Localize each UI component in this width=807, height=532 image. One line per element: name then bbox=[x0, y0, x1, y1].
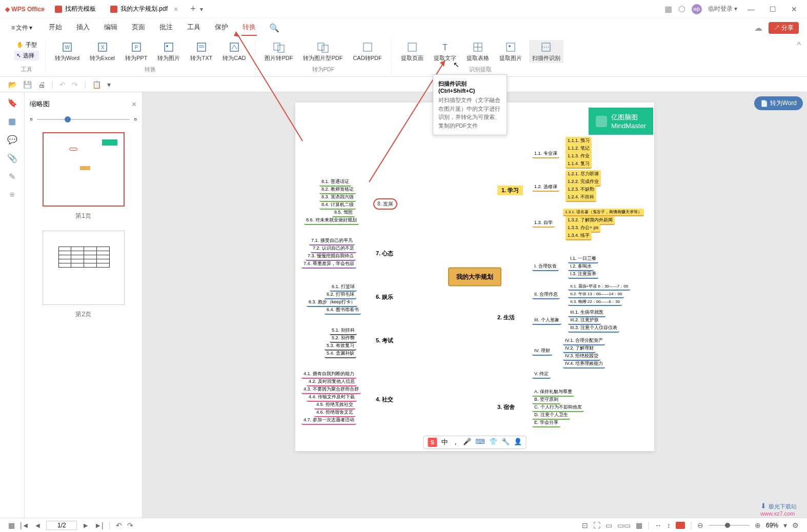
mindmap-center: 我的大学规划 bbox=[448, 268, 501, 287]
ime-punct[interactable]: ， bbox=[452, 438, 459, 447]
svg-text:P: P bbox=[134, 45, 138, 50]
cad-to-pdf-button[interactable]: CAD转PDF bbox=[350, 40, 385, 63]
menu-tab-tools[interactable]: 工具 bbox=[186, 19, 201, 36]
thumbnail-icon[interactable]: ▦ bbox=[6, 115, 18, 127]
extract-page-button[interactable]: 提取页面 bbox=[398, 40, 427, 63]
menu-tab-start[interactable]: 开始 bbox=[48, 19, 63, 36]
menu-tab-edit[interactable]: 编辑 bbox=[103, 19, 118, 36]
ribbon-collapse-icon[interactable]: ^ bbox=[797, 41, 801, 50]
hand-icon: ✋ bbox=[16, 42, 24, 48]
img-type-pdf-button[interactable]: 转为图片型PDF bbox=[300, 40, 346, 63]
mic-icon[interactable]: 🎤 bbox=[463, 438, 471, 447]
first-page-icon[interactable]: |◄ bbox=[20, 521, 29, 529]
user-icon[interactable]: 👤 bbox=[514, 438, 522, 447]
cloud-icon[interactable]: ☁ bbox=[754, 23, 762, 33]
settings-icon[interactable]: ⚙ bbox=[792, 521, 799, 529]
menu-button[interactable]: ≡ 文件 ▾ bbox=[8, 22, 35, 34]
edit-icon[interactable]: ✎ bbox=[6, 170, 18, 182]
docer-icon bbox=[55, 6, 62, 13]
view3-icon[interactable]: ▦ bbox=[636, 521, 642, 529]
clipboard-icon[interactable]: 📋 bbox=[92, 80, 101, 89]
menu-tab-annotate[interactable]: 批注 bbox=[158, 19, 174, 36]
extract-image-button[interactable]: 提取图片 bbox=[496, 40, 525, 63]
zoom-in-icon[interactable]: ⊕ bbox=[755, 521, 761, 529]
keyboard-icon[interactable]: ⌨ bbox=[475, 438, 485, 447]
extract-table-button[interactable]: 提取表格 bbox=[463, 40, 492, 63]
tab-current-doc[interactable]: 我的大学规划.pdf × bbox=[104, 3, 184, 15]
zoom-slider[interactable] bbox=[709, 525, 750, 526]
search-icon[interactable]: 🔍 bbox=[269, 23, 279, 33]
shirt-icon[interactable]: 👕 bbox=[489, 438, 497, 447]
ime-lang[interactable]: 中 bbox=[441, 438, 448, 447]
ocr-button[interactable]: 扫描件识别 bbox=[529, 40, 563, 63]
nav-icon[interactable]: ▦ bbox=[8, 521, 15, 529]
attachment-icon[interactable]: 📎 bbox=[6, 152, 18, 164]
next-page-icon[interactable]: ► bbox=[82, 521, 89, 529]
layout-icon[interactable]: ▦ bbox=[664, 4, 672, 14]
rotate-right-icon[interactable]: ↷ bbox=[127, 521, 133, 529]
thumbnail-page-1[interactable]: 第1页 bbox=[30, 132, 137, 220]
ime-floating-bar[interactable]: S 中 ， 🎤 ⌨ 👕 🔧 👤 bbox=[423, 436, 527, 449]
rotate-left-icon[interactable]: ↶ bbox=[116, 521, 122, 529]
open-icon[interactable]: 📂 bbox=[8, 80, 17, 89]
avatar[interactable]: wp bbox=[692, 4, 702, 14]
to-cad-button[interactable]: 转为CAD bbox=[219, 40, 249, 63]
to-image-button[interactable]: 转为图片 bbox=[154, 40, 183, 63]
page-input[interactable] bbox=[46, 521, 77, 530]
new-tab-button[interactable]: + bbox=[190, 4, 196, 14]
play-icon[interactable] bbox=[676, 522, 685, 529]
to-word-button[interactable]: W转为Word bbox=[52, 40, 83, 63]
view2-icon[interactable]: ▭▭ bbox=[617, 521, 631, 529]
hand-tool[interactable]: ✋手型 bbox=[14, 40, 39, 50]
fullscreen-icon[interactable]: ⛶ bbox=[593, 521, 600, 529]
close-icon[interactable]: × bbox=[174, 5, 178, 13]
ribbon-group-label: 工具 bbox=[21, 66, 32, 73]
menu-tab-page[interactable]: 页面 bbox=[131, 19, 146, 36]
login-dropdown[interactable]: 临时登录 ▾ bbox=[708, 5, 737, 13]
select-tool[interactable]: ↖选择 bbox=[14, 51, 39, 60]
prev-page-icon[interactable]: ◄ bbox=[34, 521, 42, 529]
redo-icon[interactable]: ↷ bbox=[72, 80, 78, 89]
word-icon: W bbox=[61, 41, 73, 53]
share-button[interactable]: ↗ 分享 bbox=[769, 22, 799, 34]
close-panel-icon[interactable]: ✕ bbox=[131, 100, 137, 108]
cube-icon[interactable]: ⬡ bbox=[678, 4, 685, 14]
watermark: ⬇ 极光下载站 www.xz7.com bbox=[760, 502, 797, 517]
to-excel-button[interactable]: X转为Excel bbox=[87, 40, 118, 63]
fit-page-icon[interactable]: ↕ bbox=[667, 521, 671, 529]
menu-tab-insert[interactable]: 插入 bbox=[75, 19, 91, 36]
zoom-area-icon[interactable]: ⊡ bbox=[582, 521, 588, 529]
thumb-zoom-slider[interactable]: ▫ ▫ bbox=[30, 115, 137, 124]
zoom-out-icon[interactable]: ⊖ bbox=[697, 521, 703, 529]
canvas[interactable]: 📄 转为Word 亿图脑图MindMaster 我的大学规划 8. 发展 8.1… bbox=[143, 92, 807, 518]
close-button[interactable]: ✕ bbox=[786, 5, 802, 13]
maximize-button[interactable]: ☐ bbox=[765, 5, 780, 13]
comment-icon[interactable]: 💬 bbox=[6, 133, 18, 146]
view1-icon[interactable]: ▭ bbox=[606, 521, 612, 529]
zoom-out-icon[interactable]: ▫ bbox=[30, 115, 33, 124]
bookmark-icon[interactable]: 🔖 bbox=[6, 96, 18, 109]
tab-menu-button[interactable]: ▾ bbox=[200, 6, 203, 13]
save-icon[interactable]: 💾 bbox=[23, 80, 32, 89]
to-word-floating-button[interactable]: 📄 转为Word bbox=[754, 96, 803, 110]
last-page-icon[interactable]: ►| bbox=[94, 521, 104, 529]
tool-icon[interactable]: 🔧 bbox=[501, 438, 510, 447]
print-icon[interactable]: 🖨 bbox=[38, 80, 45, 89]
menu-tab-protect[interactable]: 保护 bbox=[214, 19, 229, 36]
extract-text-button[interactable]: T提取文字 bbox=[431, 40, 459, 63]
to-txt-button[interactable]: 转为TXT bbox=[187, 40, 215, 63]
menu-tab-convert[interactable]: 转换 bbox=[241, 19, 257, 36]
cad-icon bbox=[228, 41, 240, 53]
tab-template[interactable]: 找稻壳模板 bbox=[49, 3, 102, 15]
to-ppt-button[interactable]: P转为PPT bbox=[122, 40, 150, 63]
undo-icon[interactable]: ↶ bbox=[59, 80, 66, 89]
thumbnail-page-2[interactable]: 第2页 bbox=[30, 231, 137, 319]
fit-width-icon[interactable]: ↔ bbox=[655, 521, 662, 529]
layers-icon[interactable]: ≡ bbox=[6, 189, 18, 201]
leaf: III.3. 注意个人仪容仪表 bbox=[568, 324, 619, 333]
dropdown-icon[interactable]: ▾ bbox=[107, 80, 111, 89]
img-to-pdf-button[interactable]: 图片转PDF bbox=[261, 40, 296, 63]
minimize-button[interactable]: — bbox=[743, 5, 759, 13]
zoom-in-icon[interactable]: ▫ bbox=[134, 115, 137, 124]
dropdown-icon[interactable]: ▾ bbox=[783, 521, 787, 529]
